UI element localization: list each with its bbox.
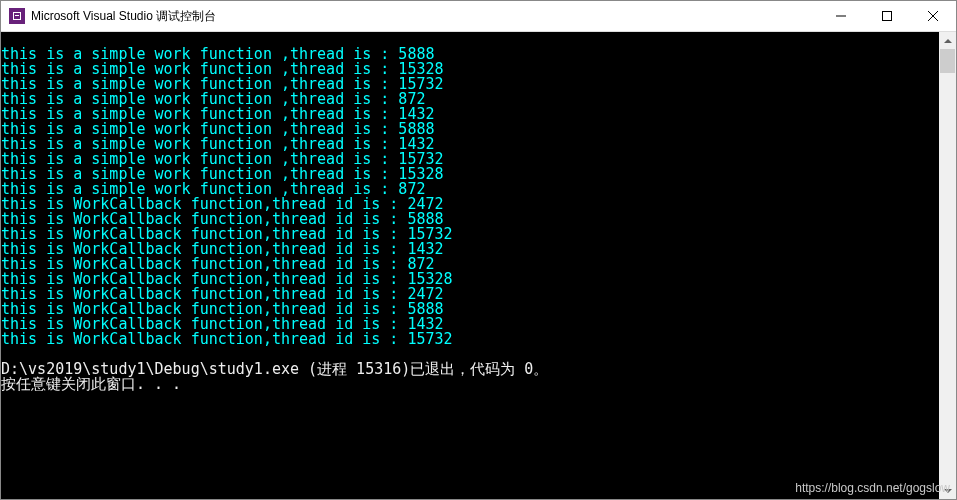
scroll-up-button[interactable]: [939, 32, 956, 49]
svg-rect-3: [836, 16, 846, 17]
client-area: this is a simple work function ,thread i…: [1, 32, 956, 499]
svg-rect-2: [15, 15, 19, 16]
app-window: Microsoft Visual Studio 调试控制台 this is a …: [0, 0, 957, 500]
minimize-button[interactable]: [818, 1, 864, 31]
app-icon: [9, 8, 25, 24]
scroll-track[interactable]: [939, 49, 956, 482]
maximize-button[interactable]: [864, 1, 910, 31]
scroll-thumb[interactable]: [940, 49, 955, 73]
scroll-down-button[interactable]: [939, 482, 956, 499]
window-title: Microsoft Visual Studio 调试控制台: [31, 8, 216, 25]
svg-rect-4: [883, 12, 892, 21]
titlebar[interactable]: Microsoft Visual Studio 调试控制台: [1, 1, 956, 32]
close-button[interactable]: [910, 1, 956, 31]
console-output: this is a simple work function ,thread i…: [1, 47, 939, 484]
vertical-scrollbar[interactable]: [939, 32, 956, 499]
